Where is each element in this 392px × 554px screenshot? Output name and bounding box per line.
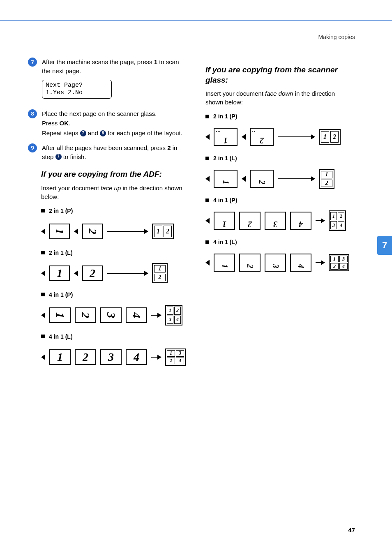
direction-icon	[74, 229, 78, 234]
step-bullet-9: 9	[28, 143, 37, 152]
diagram-sg-2p: ▪▪▪ 1 ▪▪ 2 1 2	[205, 125, 353, 148]
orig-page-1: 1	[49, 307, 71, 323]
glass-page-3: 3	[265, 212, 286, 230]
diagram-adf-2p: 1 2 1 2	[41, 220, 189, 243]
result-cell: 2	[154, 274, 166, 281]
result-2l: 1 2	[319, 169, 334, 189]
orig-page-3: 3	[100, 307, 122, 323]
step-7: 7 After the machine scans the page, pres…	[41, 58, 189, 104]
glass-page-2: 2	[239, 212, 261, 230]
text-marks-icon: ▪▪	[252, 129, 256, 133]
glass-page-1: 1	[214, 212, 235, 230]
lcd-line-2: 1.Yes 2.No	[46, 89, 108, 97]
direction-icon	[242, 134, 246, 140]
layout-sg-4p-title: 4 in 1 (P)	[205, 197, 353, 203]
direction-icon	[41, 270, 45, 276]
direction-icon	[41, 354, 45, 360]
result-cell: 1	[321, 131, 329, 143]
orig-page-2: 2	[82, 265, 103, 281]
step-9-line: After all the pages have been scanned, p…	[42, 143, 189, 162]
result-cell: 4	[176, 358, 184, 364]
diagram-adf-2l: 1 2 1 2	[41, 262, 189, 285]
layout-adf-2p-title: 2 in 1 (P)	[41, 208, 189, 214]
left-column: 7 After the machine scans the page, pres…	[41, 58, 189, 372]
step-7-line: After the machine scans the page, press …	[42, 58, 189, 76]
diagram-sg-4l: 1 2 3 4 1 3 2 4	[205, 251, 353, 274]
result-cell: 2	[330, 131, 339, 143]
step-8-line-3: Repeat steps 7 and 8 for each page of th…	[42, 129, 189, 138]
result-cell: 2	[164, 226, 172, 237]
result-cell: 1	[330, 212, 337, 220]
scanner-subhead: Insert your document face down in the di…	[205, 89, 353, 106]
glass-page-3: 3	[265, 254, 286, 272]
adf-subhead: Insert your document face up in the dire…	[41, 184, 189, 201]
result-cell: 1	[154, 265, 166, 272]
result-4p: 1 2 3 4	[329, 210, 346, 231]
result-cell: 1	[321, 171, 332, 178]
direction-icon	[74, 270, 78, 276]
layout-adf-4l-title: 4 in 1 (L)	[41, 333, 189, 340]
result-cell: 1	[330, 256, 339, 262]
result-cell: 3	[330, 221, 337, 229]
arrow-icon	[151, 315, 161, 316]
orig-page-4: 4	[126, 307, 147, 323]
arrow-icon	[316, 262, 325, 263]
bullet-square-icon	[41, 251, 45, 254]
bullet-square-icon	[41, 293, 45, 296]
layout-adf-2l-title: 2 in 1 (L)	[41, 249, 189, 256]
result-2l: 1 2	[152, 263, 168, 283]
result-cell: 4	[339, 263, 348, 270]
result-cell: 2	[321, 180, 332, 187]
arrow-icon	[278, 136, 315, 137]
result-cell: 1	[167, 307, 173, 315]
layout-sg-2l-title: 2 in 1 (L)	[205, 155, 353, 162]
layout-sg-4l-title: 4 in 1 (L)	[205, 239, 353, 245]
step-8-text: Place the next page on the scanner glass…	[42, 109, 189, 138]
orig-page-3: 3	[100, 349, 122, 365]
direction-icon	[41, 229, 45, 234]
lcd-display: Next Page? 1.Yes 2.No	[42, 80, 112, 99]
result-cell: 2	[174, 307, 181, 315]
glass-page-2: 2	[239, 254, 261, 272]
orig-page-1: 1	[49, 265, 70, 281]
glass-page-1: ▪▪▪ 1	[214, 128, 238, 146]
glass-page-1: 1	[214, 170, 238, 188]
ref-step-7b-icon: 7	[55, 154, 62, 160]
orig-page-1: 1	[49, 224, 70, 239]
glass-page-2: ▪▪ 2	[250, 128, 274, 146]
step-8-line-2: Press OK.	[42, 119, 189, 128]
bullet-square-icon	[41, 335, 45, 338]
page-number: 47	[348, 526, 355, 533]
orig-page-1: 1	[49, 349, 71, 365]
bullet-square-icon	[205, 157, 209, 160]
step-bullet-7: 7	[28, 58, 37, 67]
layout-adf-4p-title: 4 in 1 (P)	[41, 291, 189, 298]
glass-page-4: 4	[290, 254, 311, 272]
lcd-line-1: Next Page?	[46, 82, 108, 89]
ref-step-7-icon: 7	[80, 130, 86, 136]
result-cell: 2	[338, 212, 344, 220]
result-2p: 1 2	[152, 224, 174, 239]
direction-icon	[205, 218, 210, 224]
glass-page-2: 2	[250, 170, 274, 188]
adf-heading: If you are copying from the ADF:	[41, 169, 189, 180]
result-4l: 1 3 2 4	[165, 349, 186, 366]
right-column: If you are copying from the scanner glas…	[205, 58, 353, 277]
text-marks-icon: ▪▪▪	[216, 129, 221, 133]
result-cell: 1	[167, 350, 175, 357]
result-cell: 3	[167, 316, 173, 324]
bullet-square-icon	[205, 240, 209, 244]
result-cell: 2	[330, 263, 339, 270]
result-4p: 1 2 3 4	[165, 305, 182, 325]
result-cell: 1	[154, 226, 162, 237]
result-cell: 4	[338, 221, 344, 229]
arrow-icon	[278, 178, 315, 179]
bullet-square-icon	[205, 115, 209, 118]
glass-page-1: 1	[214, 254, 235, 272]
step-8: 8 Place the next page on the scanner gla…	[41, 109, 189, 138]
glass-page-4: 4	[290, 212, 311, 230]
scanner-heading: If you are copying from the scanner glas…	[205, 65, 353, 85]
diagram-sg-2l: 1 2 1 2	[205, 167, 353, 190]
result-2p: 1 2	[319, 129, 341, 145]
layout-sg-2p-title: 2 in 1 (P)	[205, 113, 353, 120]
